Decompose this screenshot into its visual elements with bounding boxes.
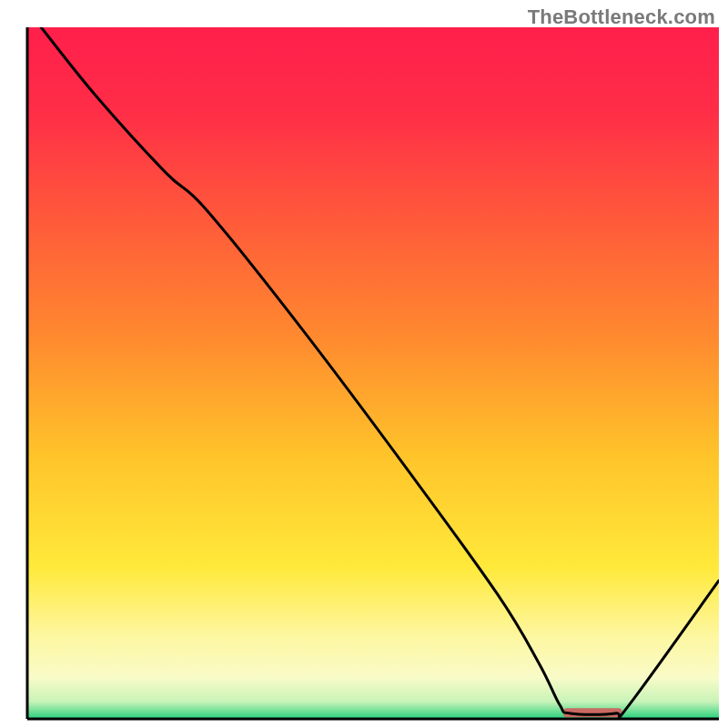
watermark-text: TheBottleneck.com: [528, 5, 715, 29]
bottleneck-chart: [0, 0, 728, 728]
chart-container: TheBottleneck.com: [0, 0, 728, 728]
gradient-background: [27, 27, 719, 719]
